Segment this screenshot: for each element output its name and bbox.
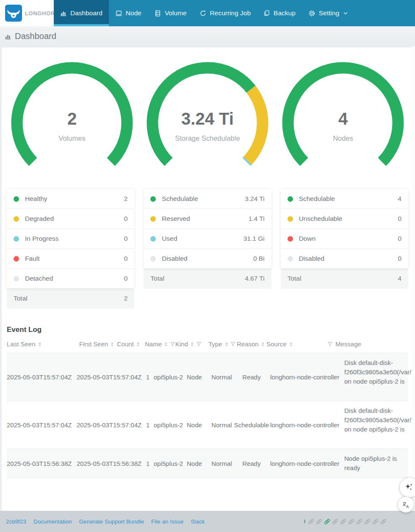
link-icon[interactable] (307, 518, 315, 525)
sort-carets-icon[interactable] (165, 342, 167, 346)
status-dot-gray (288, 256, 293, 262)
link-icon[interactable] (340, 518, 347, 525)
column-header-last-seen[interactable]: Last Seen (7, 340, 79, 348)
cell-count: 1 (146, 460, 154, 467)
sort-carets-icon[interactable] (225, 342, 228, 346)
legend-value: 4 (398, 195, 401, 203)
status-dot-red (14, 256, 19, 262)
legend-row-schedulable: Schedulable3.24 Ti (144, 189, 271, 209)
footer-version-link[interactable]: 2cb9f23 (6, 518, 26, 525)
status-dot-gray (150, 256, 156, 262)
nav-item-dashboard[interactable]: Dashboard (54, 0, 109, 26)
cell-message[interactable]: Disk default-disk-f260f3c9805a3e50(/var/… (344, 358, 415, 396)
footer-link-file-an-issue[interactable]: File an Issue (151, 518, 184, 525)
cell-type: Normal (210, 421, 233, 429)
message-text: Node opi5plus-2 is ready (344, 454, 402, 473)
column-header-kind[interactable]: Kind (175, 340, 208, 348)
total-label: Total (14, 295, 28, 302)
nav-item-node[interactable]: Node (109, 0, 148, 26)
legend-label: Disabled (162, 255, 187, 262)
link-icon[interactable] (372, 518, 379, 525)
legend-row-degraded: Degraded0 (7, 209, 134, 229)
cell-source: longhorn-node-controller (270, 373, 344, 381)
link-icon[interactable] (324, 518, 331, 525)
filter-funnel-icon[interactable] (196, 342, 201, 346)
page-scrollbar[interactable] (412, 46, 415, 511)
nav-item-setting[interactable]: Setting (302, 0, 355, 26)
cell-count: 1 (146, 373, 154, 381)
filter-funnel-icon[interactable] (328, 342, 332, 346)
longhorn-logo[interactable]: LONGHORN (0, 0, 54, 26)
legend-value: 3.24 Ti (245, 195, 265, 203)
column-header-reason[interactable]: Reason (237, 340, 266, 348)
legend-label: Degraded (25, 215, 54, 223)
status-dot-green (150, 196, 156, 202)
sort-carets-icon[interactable] (262, 342, 264, 346)
volumes-summary-table: Healthy2Degraded0In Progress0Fault0Detac… (7, 189, 134, 309)
gauges-row: 2Volumes3.24 TiStorage Schedulable4Nodes (2, 47, 413, 178)
legend-label: Schedulable (299, 195, 335, 203)
status-dot-yellow (150, 216, 156, 222)
longhorn-bull-icon (5, 5, 22, 22)
sort-carets-icon[interactable] (137, 342, 139, 346)
filter-funnel-icon[interactable] (170, 342, 175, 346)
cell-reason: Ready (233, 460, 270, 467)
legend-value: 2 (124, 195, 128, 203)
cell-kind: Node (187, 460, 210, 467)
link-icon[interactable] (356, 518, 363, 525)
gauge-value: 4 (275, 109, 411, 128)
link-icon[interactable] (380, 518, 387, 525)
status-dot-teal (14, 236, 19, 242)
status-dot-yellow (14, 216, 19, 222)
total-value: 4 (398, 275, 401, 282)
status-dot-green (14, 196, 19, 202)
copy-icon (263, 10, 270, 17)
sort-carets-icon[interactable] (290, 342, 292, 346)
legend-total-row: Total4.67 Ti (144, 268, 271, 289)
nav-item-recurring-job[interactable]: Recurring Job (193, 0, 257, 26)
cell-last-seen: 2025-05-03T15:57:04Z (7, 373, 77, 381)
nav-item-backup[interactable]: Backup (257, 0, 302, 26)
column-header-count[interactable]: Count (117, 340, 145, 348)
column-header-first-seen[interactable]: First Seen (79, 340, 117, 348)
column-label: Source (266, 340, 287, 348)
status-dot-yellow (288, 216, 293, 222)
cell-count: 1 (146, 421, 154, 429)
sort-carets-icon[interactable] (39, 342, 41, 346)
column-header-message: Message (328, 340, 408, 348)
legend-body: Schedulable4Unschedulable0Down0Disabled0 (281, 189, 408, 268)
cell-source: longhorn-node-controller (270, 460, 344, 467)
link-icon[interactable] (364, 518, 371, 525)
filter-funnel-icon[interactable] (231, 342, 235, 346)
column-header-name[interactable]: Name (145, 340, 175, 348)
column-label: Count (117, 340, 134, 348)
link-icon[interactable] (348, 518, 355, 525)
message-text: Disk default-disk-f260f3c9805a3e50(/var/… (344, 406, 415, 443)
gear-icon (308, 10, 315, 17)
footer-link-documentation[interactable]: Documentation (33, 518, 72, 525)
legend-label: Down (299, 235, 316, 242)
sort-carets-icon[interactable] (191, 342, 194, 346)
column-header-source[interactable]: Source (266, 340, 328, 348)
server-icon (154, 10, 161, 17)
nav-item-label: Recurring Job (210, 9, 251, 17)
translate-button[interactable]: A (398, 497, 414, 513)
footer-link-generate-support-bundle[interactable]: Generate Support Bundle (79, 518, 144, 525)
column-header-type[interactable]: Type (208, 340, 237, 348)
nav-item-label: Setting (319, 9, 339, 17)
column-label: Message (335, 340, 361, 348)
translate-icon: A (402, 501, 410, 509)
nav-item-volume[interactable]: Volume (148, 0, 193, 26)
event-table-header: Last SeenFirst SeenCountNameKindTypeReas… (7, 340, 408, 353)
legend-row-in-progress: In Progress0 (7, 229, 134, 249)
sort-carets-icon[interactable] (111, 342, 113, 346)
page-title: Dashboard (15, 31, 56, 41)
cell-message[interactable]: Disk default-disk-f260f3c9805a3e50(/var/… (344, 406, 415, 443)
link-icon[interactable] (332, 518, 339, 525)
laptop-icon (115, 10, 122, 17)
cell-first-seen: 2025-05-03T15:57:04Z (77, 373, 146, 381)
event-row: 2025-05-03T15:56:38Z2025-05-03T15:56:38Z… (7, 449, 408, 478)
status-dot-gray (14, 276, 19, 281)
link-icon[interactable] (315, 518, 323, 525)
footer-link-slack[interactable]: Slack (191, 518, 205, 525)
